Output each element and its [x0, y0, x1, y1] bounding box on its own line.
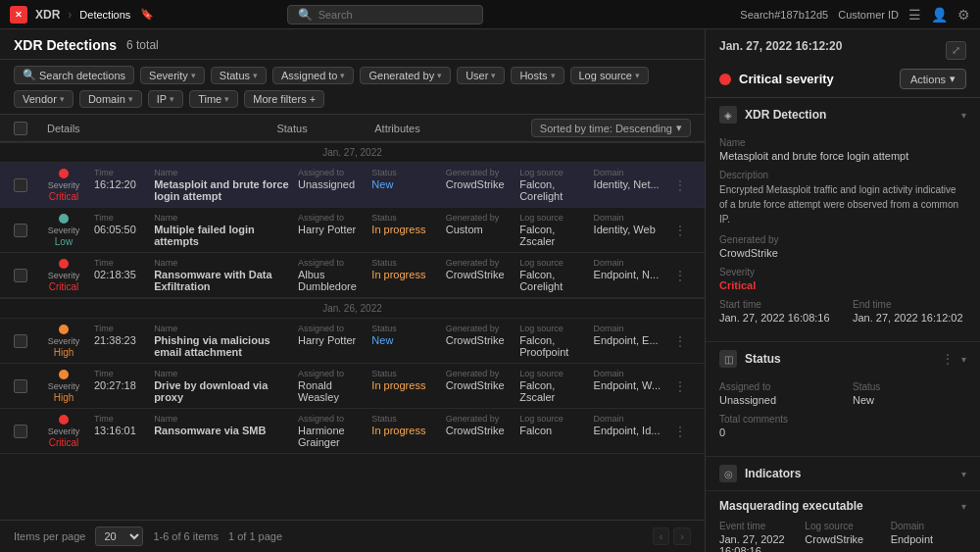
masq-log-source-field: Log source CrowdStrike — [805, 521, 880, 552]
expand-panel-btn[interactable]: ⤢ — [946, 41, 966, 60]
generated-col: Generated by CrowdStrike — [446, 369, 515, 403]
log-source-col: Log source Falcon, Corelight — [519, 168, 589, 202]
generated-by-filter[interactable]: Generated by ▾ — [360, 67, 451, 84]
chevron-icon: ▾ — [60, 94, 65, 104]
prev-page-button[interactable]: ‹ — [653, 527, 670, 545]
domain-filter[interactable]: Domain ▾ — [79, 90, 142, 108]
user-filter[interactable]: User ▾ — [457, 67, 505, 84]
row-content: Time 06:05:50 Name Multiple failed login… — [94, 213, 663, 247]
detection-description-field: Description Encrypted Metasploit traffic… — [719, 170, 966, 226]
assigned-to-filter[interactable]: Assigned to ▾ — [272, 67, 354, 84]
severity-label: Critical severity — [739, 72, 834, 86]
chevron-icon: ▾ — [340, 71, 345, 80]
severity-indicator — [719, 74, 731, 85]
user-icon[interactable]: 👤 — [931, 7, 948, 23]
row-checkbox[interactable] — [14, 269, 33, 282]
more-filters-btn[interactable]: More filters + — [244, 90, 324, 108]
status-section-title: Status — [745, 352, 934, 366]
indicators-section-header[interactable]: ◎ Indicators ▾ — [706, 457, 980, 490]
xdr-section-header[interactable]: ◈ XDR Detection ▾ — [706, 98, 980, 131]
row-content: Time 20:27:18 Name Drive by download via… — [94, 369, 663, 403]
detection-name-field: Name Metasploit and brute force login at… — [719, 137, 966, 162]
row-menu-icon[interactable]: ⋮ — [669, 268, 691, 283]
global-search[interactable]: 🔍 — [287, 5, 483, 25]
search-input[interactable] — [318, 9, 456, 21]
chevron-icon: ▾ — [961, 354, 966, 365]
event-time-value: Jan. 27, 2022 16:08:16 — [719, 533, 795, 552]
header-checkbox[interactable] — [14, 122, 37, 135]
time-filter[interactable]: Time ▾ — [189, 90, 238, 108]
customer-id: Customer ID — [838, 9, 899, 21]
chevron-down-icon: ▾ — [676, 122, 682, 134]
table-row[interactable]: Severity Critical Time 02:18:35 Name Ran… — [0, 253, 705, 298]
date-separator: Jan. 26, 2022 — [0, 298, 705, 319]
breadcrumb-detections[interactable]: Detections — [79, 9, 130, 21]
table-row[interactable]: Severity Critical Time 13:16:01 Name Ran… — [0, 409, 705, 454]
nav-right: Search#187b12d5 Customer ID ☰ 👤 ⚙ — [740, 7, 970, 23]
row-checkbox[interactable] — [14, 178, 33, 192]
table-row[interactable]: Severity Low Time 06:05:50 Name Multiple… — [0, 208, 705, 253]
page-count: 6 total — [126, 38, 159, 52]
table-row[interactable]: Severity Critical Time 16:12:20 Name Met… — [0, 163, 705, 208]
row-menu-icon[interactable]: ⋮ — [669, 378, 691, 394]
severity-badge: Severity Low — [39, 214, 88, 247]
severity-filter[interactable]: Severity ▾ — [140, 67, 205, 84]
domain-col: Domain Endpoint, E... — [594, 324, 663, 358]
time-col: Time 16:12:20 — [94, 168, 150, 202]
severity-badge: Severity High — [39, 325, 88, 358]
search-detections-btn[interactable]: 🔍 Search detections — [14, 66, 134, 84]
settings-icon[interactable]: ⚙ — [957, 7, 970, 23]
next-page-button[interactable]: › — [673, 527, 691, 545]
status-section-content: Assigned to Unassigned Status New Total … — [706, 376, 980, 456]
status-filter[interactable]: Status ▾ — [211, 67, 267, 84]
actions-button[interactable]: Actions ▾ — [900, 69, 966, 89]
domain-col: Domain Identity, Web — [594, 213, 663, 247]
time-col: Time 13:16:01 — [94, 414, 150, 448]
row-checkbox[interactable] — [14, 224, 33, 237]
domain-col: Domain Endpoint, N... — [594, 258, 663, 292]
row-content: Time 16:12:20 Name Metasploit and brute … — [94, 168, 663, 202]
assigned-col: Assigned to Harry Potter — [298, 213, 368, 247]
hosts-filter[interactable]: Hosts ▾ — [511, 67, 564, 84]
name-col: Name Multiple failed login attempts — [154, 213, 294, 247]
row-menu-icon[interactable]: ⋮ — [669, 333, 691, 349]
chevron-icon: ▾ — [551, 71, 556, 80]
chevron-icon: ▾ — [224, 94, 229, 104]
bookmark-icon[interactable]: 🔖 — [140, 8, 154, 21]
col-attributes-header: Attributes — [374, 123, 521, 134]
vendor-filter[interactable]: Vendor ▾ — [14, 90, 74, 108]
generated-col: Generated by Custom — [446, 213, 515, 247]
page-header: XDR Detections 6 total — [0, 29, 705, 60]
masq-log-source-value: CrowdStrike — [805, 533, 880, 545]
detail-severity-row: Critical severity Actions ▾ — [719, 69, 966, 89]
sort-button[interactable]: Sorted by time: Descending ▾ — [531, 119, 691, 137]
log-source-col: Log source Falcon, Corelight — [519, 258, 589, 292]
assigned-col: Assigned to Harmione Grainger — [298, 414, 368, 448]
row-checkbox[interactable] — [14, 379, 33, 393]
page-size-select[interactable]: 20 50 100 — [95, 527, 143, 546]
table-row[interactable]: Severity High Time 21:38:23 Name Phishin… — [0, 319, 705, 364]
generated-col: Generated by CrowdStrike — [446, 414, 515, 448]
status-value: New — [853, 394, 966, 406]
ip-filter[interactable]: IP ▾ — [148, 90, 183, 108]
time-col: Time 20:27:18 — [94, 369, 150, 403]
severity-field: Severity Critical — [719, 267, 966, 291]
log-source-filter[interactable]: Log source ▾ — [570, 67, 649, 84]
status-col: Status In progress — [371, 369, 441, 403]
start-time-value: Jan. 27, 2022 16:08:16 — [719, 312, 833, 324]
row-menu-icon[interactable]: ⋮ — [669, 177, 691, 193]
table-row[interactable]: Severity High Time 20:27:18 Name Drive b… — [0, 364, 705, 409]
status-section-header[interactable]: ◫ Status ⋮ ▾ — [706, 342, 980, 376]
status-col: Status In progress — [371, 213, 441, 247]
menu-icon[interactable]: ☰ — [908, 7, 921, 23]
indicators-section: ◎ Indicators ▾ — [706, 457, 980, 491]
masquerade-header[interactable]: Masquerading executable ▾ — [706, 491, 980, 521]
section-menu-icon[interactable]: ⋮ — [942, 352, 954, 366]
right-panel: Jan. 27, 2022 16:12:20 ⤢ Critical severi… — [706, 29, 980, 552]
row-checkbox[interactable] — [14, 425, 33, 438]
row-menu-icon[interactable]: ⋮ — [669, 424, 691, 439]
main-layout: XDR Detections 6 total 🔍 Search detectio… — [0, 29, 980, 552]
name-col: Name Ransomware via SMB — [154, 414, 294, 448]
row-checkbox[interactable] — [14, 334, 33, 348]
row-menu-icon[interactable]: ⋮ — [669, 223, 691, 238]
